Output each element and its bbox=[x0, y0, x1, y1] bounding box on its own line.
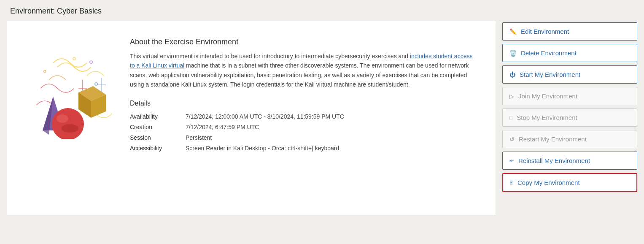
details-title: Details bbox=[130, 100, 479, 107]
join-environment-button[interactable]: ▷ Join My Environment bbox=[502, 87, 637, 105]
reinstall-environment-button[interactable]: ⇤ Reinstall My Environment bbox=[502, 152, 637, 170]
edit-environment-label: Edit Environment bbox=[521, 28, 569, 35]
creation-value: 7/12/2024, 6:47:59 PM UTC bbox=[186, 122, 259, 133]
about-text: This virtual environment is intended to … bbox=[130, 52, 479, 89]
start-environment-button[interactable]: ⏻ Start My Environment bbox=[502, 65, 637, 84]
content-panel: About the Exercise Environment This virt… bbox=[7, 21, 496, 215]
restart-environment-label: Restart My Environment bbox=[519, 136, 587, 143]
svg-point-2 bbox=[44, 70, 46, 73]
session-label: Session bbox=[130, 133, 172, 143]
accessibility-label: Accessibility bbox=[130, 143, 172, 154]
play-icon: ▷ bbox=[509, 93, 514, 100]
about-title: About the Exercise Environment bbox=[130, 38, 479, 46]
availability-label: Availability bbox=[130, 111, 172, 122]
svg-point-3 bbox=[73, 57, 75, 60]
stop-environment-button[interactable]: □ Stop My Environment bbox=[502, 108, 637, 127]
details-row-accessibility: Accessibility Screen Reader in Kali Desk… bbox=[130, 143, 479, 154]
restart-icon: ↺ bbox=[509, 136, 515, 143]
accessibility-value: Screen Reader in Kali Desktop - Orca: ct… bbox=[186, 143, 339, 154]
stop-icon: □ bbox=[509, 115, 512, 121]
power-icon: ⏻ bbox=[509, 71, 515, 78]
text-area: About the Exercise Environment This virt… bbox=[130, 38, 479, 154]
session-value: Persistent bbox=[186, 133, 212, 143]
copy-environment-label: Copy My Environment bbox=[517, 179, 580, 186]
start-environment-label: Start My Environment bbox=[520, 71, 580, 78]
edit-environment-button[interactable]: ✏️ Edit Environment bbox=[502, 22, 637, 41]
copy-icon: ⎘ bbox=[510, 179, 513, 186]
kali-link[interactable]: includes student access to a Kali Linux … bbox=[130, 53, 472, 69]
svg-point-12 bbox=[62, 124, 78, 133]
details-row-creation: Creation 7/12/2024, 6:47:59 PM UTC bbox=[130, 122, 479, 133]
details-row-availability: Availability 7/12/2024, 12:00:00 AM UTC … bbox=[130, 111, 479, 122]
page-header: Environment: Cyber Basics bbox=[0, 0, 644, 21]
stop-environment-label: Stop My Environment bbox=[517, 114, 577, 121]
details-row-session: Session Persistent bbox=[130, 133, 479, 143]
edit-icon: ✏️ bbox=[509, 28, 517, 35]
delete-icon: 🗑️ bbox=[509, 50, 517, 57]
availability-value: 7/12/2024, 12:00:00 AM UTC - 8/10/2024, … bbox=[186, 111, 344, 122]
reinstall-icon: ⇤ bbox=[509, 157, 514, 164]
delete-environment-button[interactable]: 🗑️ Delete Environment bbox=[502, 44, 637, 62]
svg-point-11 bbox=[57, 114, 68, 123]
details-table: Availability 7/12/2024, 12:00:00 AM UTC … bbox=[130, 111, 479, 154]
copy-environment-button[interactable]: ⎘ Copy My Environment bbox=[502, 173, 637, 192]
delete-environment-label: Delete Environment bbox=[521, 49, 577, 57]
creation-label: Creation bbox=[130, 122, 172, 133]
page-title: Environment: Cyber Basics bbox=[10, 7, 102, 15]
restart-environment-button[interactable]: ↺ Restart My Environment bbox=[502, 130, 637, 148]
join-environment-label: Join My Environment bbox=[518, 92, 577, 100]
svg-point-10 bbox=[52, 108, 84, 139]
reinstall-environment-label: Reinstall My Environment bbox=[518, 157, 590, 164]
svg-point-1 bbox=[95, 83, 97, 85]
svg-point-0 bbox=[90, 61, 92, 63]
illustration-area bbox=[24, 38, 116, 147]
sidebar: ✏️ Edit Environment 🗑️ Delete Environmen… bbox=[502, 21, 637, 192]
